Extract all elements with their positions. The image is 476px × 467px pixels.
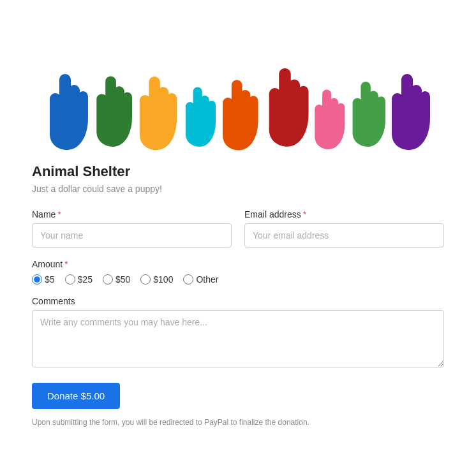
- hand-cyan: [181, 70, 216, 153]
- amount-radio-group: $5 $25 $50 $100 Other: [32, 274, 444, 285]
- email-input[interactable]: [244, 223, 444, 248]
- amount-required: *: [64, 259, 68, 269]
- email-group: Email address*: [244, 209, 444, 248]
- hand-purple: [387, 51, 431, 153]
- amount-label: Amount*: [32, 259, 444, 269]
- page-container: Animal Shelter Just a dollar could save …: [13, 13, 463, 446]
- radio-5[interactable]: [32, 274, 42, 285]
- label-100: $100: [153, 274, 173, 285]
- name-email-row: Name* Email address*: [32, 209, 444, 248]
- donate-button[interactable]: Donate $5.00: [32, 383, 120, 409]
- hand-green: [91, 57, 132, 153]
- hand-lightgreen: [347, 64, 385, 153]
- amount-option-50[interactable]: $50: [103, 274, 130, 285]
- label-other: Other: [196, 274, 218, 285]
- donation-form: Name* Email address* Amount* $5: [32, 209, 444, 427]
- amount-option-5[interactable]: $5: [32, 274, 55, 285]
- label-5: $5: [45, 274, 55, 285]
- comments-section: Comments: [32, 296, 444, 370]
- hand-blue: [45, 51, 89, 153]
- footer-note: Upon submitting the form, you will be re…: [32, 418, 444, 427]
- comments-label: Comments: [32, 296, 444, 306]
- radio-50[interactable]: [103, 274, 113, 285]
- amount-option-100[interactable]: $100: [140, 274, 173, 285]
- page-title: Animal Shelter: [32, 163, 444, 180]
- name-required: *: [57, 209, 61, 219]
- hand-orange: [217, 59, 260, 153]
- label-25: $25: [78, 274, 93, 285]
- email-required: *: [303, 209, 306, 219]
- amount-option-other[interactable]: Other: [183, 274, 218, 285]
- radio-25[interactable]: [65, 274, 75, 285]
- hand-pink: [311, 70, 346, 153]
- hand-yellow: [133, 54, 179, 153]
- hand-red: [262, 48, 309, 153]
- name-label: Name*: [32, 209, 232, 219]
- page-subtitle: Just a dollar could save a puppy!: [32, 184, 444, 194]
- label-50: $50: [115, 274, 130, 285]
- email-label: Email address*: [244, 209, 444, 219]
- comments-textarea[interactable]: [32, 310, 444, 367]
- name-group: Name*: [32, 209, 232, 248]
- radio-other[interactable]: [183, 274, 193, 285]
- banner-image: [32, 26, 444, 153]
- amount-option-25[interactable]: $25: [65, 274, 93, 285]
- hands-container: [45, 38, 431, 153]
- name-input[interactable]: [32, 223, 232, 248]
- radio-100[interactable]: [140, 274, 151, 285]
- amount-section: Amount* $5 $25 $50 $100: [32, 259, 444, 285]
